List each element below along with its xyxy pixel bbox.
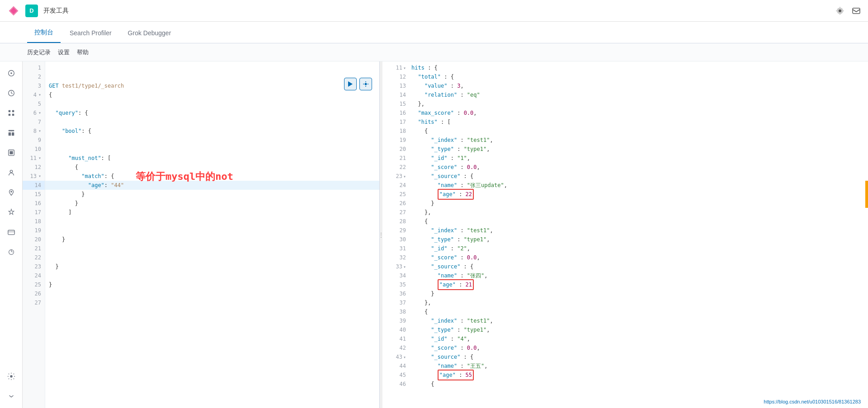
line-num-8: 8: [23, 127, 45, 136]
sidebar-icon-home[interactable]: [3, 65, 19, 81]
sidebar-icon-settings[interactable]: [3, 368, 19, 385]
result-line-36: 36 }: [382, 289, 868, 298]
result-line-18: 18 {: [382, 127, 868, 136]
main-layout: 1 2 3 4 5 6 7 8 9 10 11 12 13 14 15 16 1…: [0, 61, 868, 408]
result-line-32: 32 "_score" : 0.0,: [382, 253, 868, 262]
result-line-45: 45 "age" : 55: [382, 370, 868, 380]
result-line-46: 46 {: [382, 380, 868, 389]
settings-button[interactable]: 设置: [58, 48, 70, 56]
code-line-24: [45, 271, 379, 280]
app-title: 开发工具: [43, 7, 830, 15]
result-line-13: 13 "value" : 3,: [382, 81, 868, 90]
code-line-27: [45, 298, 379, 307]
svg-point-15: [10, 191, 12, 192]
line-num-21: 21: [23, 244, 45, 253]
logo-icon: [7, 5, 20, 17]
line-num-4: 4: [23, 90, 45, 99]
line-num-1: 1: [23, 63, 45, 72]
code-line-12: {: [45, 163, 379, 172]
sidebar-icon-alerting[interactable]: [3, 204, 19, 220]
line-numbers: 1 2 3 4 5 6 7 8 9 10 11 12 13 14 15 16 1…: [23, 61, 45, 408]
help-button[interactable]: 帮助: [77, 48, 89, 56]
line-num-25: 25: [23, 280, 45, 289]
result-line-41: 41 "_id" : "4",: [382, 334, 868, 343]
history-button[interactable]: 历史记录: [27, 48, 51, 56]
sidebar: [0, 61, 23, 408]
code-line-21: [45, 244, 379, 253]
line-num-22: 22: [23, 253, 45, 262]
svg-rect-6: [12, 110, 14, 113]
code-line-11: "must_not": [: [45, 154, 379, 163]
sidebar-icon-users[interactable]: [3, 164, 19, 181]
result-line-25: 25 "age" : 22: [382, 190, 868, 199]
result-line-34: 34 "name" : "张四",: [382, 271, 868, 280]
sub-toolbar: 历史记录 设置 帮助: [0, 43, 868, 61]
top-bar-actions: [835, 6, 861, 15]
code-line-17: ]: [45, 208, 379, 217]
result-line-11: 11 hits : {: [382, 63, 868, 72]
line-num-27: 27: [23, 298, 45, 307]
line-num-10: 10: [23, 145, 45, 154]
code-line-25: }: [45, 280, 379, 289]
code-line-15: }: [45, 190, 379, 199]
tab-console[interactable]: 控制台: [27, 28, 61, 43]
line-num-3: 3: [23, 81, 45, 90]
result-panel[interactable]: 11 hits : { 12 "total" : { 13 "value" : …: [382, 61, 868, 408]
result-line-42: 42 "_score" : 0.0,: [382, 343, 868, 352]
sidebar-icon-discover[interactable]: [3, 85, 19, 101]
code-area[interactable]: GET test1/type1/_search { "query": { "bo…: [45, 61, 379, 408]
result-line-29: 29 "_index" : "test1",: [382, 226, 868, 235]
line-num-16: 16: [23, 199, 45, 208]
svg-rect-1: [853, 8, 860, 14]
line-num-13: 13: [23, 172, 45, 181]
line-num-2: 2: [23, 72, 45, 81]
line-num-6: 6: [23, 108, 45, 117]
code-line-19: [45, 226, 379, 235]
sidebar-icon-dashboard[interactable]: [3, 125, 19, 141]
line-num-7: 7: [23, 117, 45, 127]
line-num-5: 5: [23, 99, 45, 108]
avatar[interactable]: D: [25, 5, 38, 17]
sidebar-icon-expand[interactable]: [3, 388, 19, 404]
result-line-39: 39 "_index" : "test1",: [382, 316, 868, 325]
svg-rect-11: [11, 132, 14, 136]
line-num-23: 23: [23, 262, 45, 271]
code-line-18: [45, 217, 379, 226]
result-linenum-11: 11: [388, 63, 406, 73]
result-line-43: 43 "_source" : {: [382, 352, 868, 361]
sidebar-icon-devtools[interactable]: [3, 224, 19, 240]
code-line-9: [45, 136, 379, 145]
sidebar-icon-visualize[interactable]: [3, 105, 19, 121]
result-line-28: 28 {: [382, 217, 868, 226]
result-line-14: 14 "relation" : "eq": [382, 90, 868, 99]
code-line-3: GET test1/type1/_search: [45, 81, 379, 90]
sidebar-icon-monitoring[interactable]: [3, 244, 19, 260]
code-line-20: }: [45, 235, 379, 244]
settings-gear-icon[interactable]: [835, 6, 844, 15]
line-num-26: 26: [23, 289, 45, 298]
result-line-27: 27 },: [382, 208, 868, 217]
svg-rect-10: [8, 132, 10, 136]
panel-drag-handle[interactable]: [380, 61, 382, 408]
code-line-6: "query": {: [45, 108, 379, 117]
tab-search-profiler[interactable]: Search Profiler: [62, 29, 119, 43]
svg-rect-7: [8, 114, 10, 116]
code-line-8: "bool": {: [45, 127, 379, 136]
svg-rect-8: [12, 114, 14, 116]
result-line-40: 40 "_type" : "type1",: [382, 325, 868, 334]
code-line-4: {: [45, 90, 379, 99]
svg-point-17: [10, 375, 12, 377]
result-line-20: 20 "_type" : "type1",: [382, 145, 868, 154]
line-num-14: 14: [23, 181, 45, 190]
svg-point-14: [10, 170, 12, 173]
tab-grok-debugger[interactable]: Grok Debugger: [121, 29, 179, 43]
code-line-2: [45, 72, 379, 81]
line-num-18: 18: [23, 217, 45, 226]
sidebar-icon-canvas[interactable]: [3, 145, 19, 161]
line-num-20: 20: [23, 235, 45, 244]
line-num-9: 9: [23, 136, 45, 145]
sidebar-icon-maps[interactable]: [3, 184, 19, 201]
result-line-37: 37 },: [382, 298, 868, 307]
mail-icon[interactable]: [852, 6, 861, 15]
code-line-7: [45, 117, 379, 127]
